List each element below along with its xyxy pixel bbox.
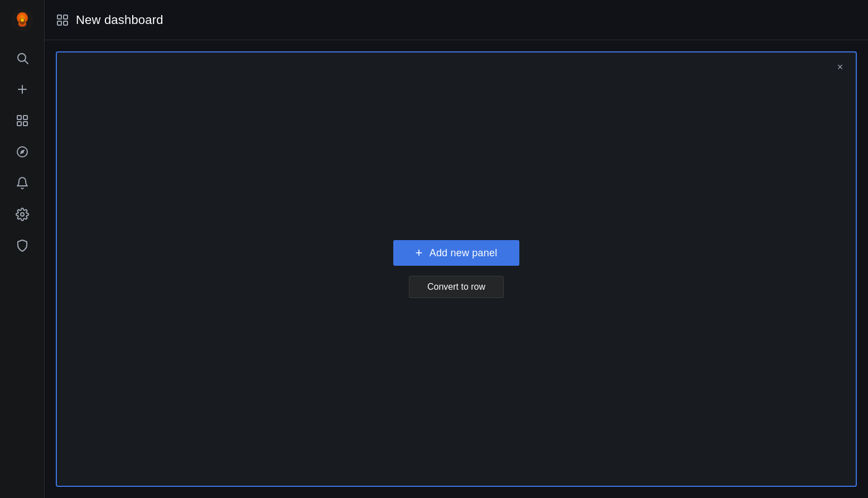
- search-icon: [16, 51, 29, 65]
- grid-icon: [56, 13, 69, 27]
- convert-to-row-button[interactable]: Convert to row: [409, 276, 504, 298]
- sidebar-nav: [0, 45, 44, 491]
- svg-rect-16: [57, 21, 61, 25]
- svg-rect-7: [17, 116, 21, 119]
- shield-icon: [16, 239, 29, 252]
- sidebar-item-admin[interactable]: [9, 232, 36, 259]
- svg-rect-17: [64, 21, 67, 25]
- explore-icon: [16, 145, 29, 159]
- sidebar-item-alerting[interactable]: [9, 170, 36, 197]
- bell-icon: [16, 176, 29, 190]
- panel-action-buttons: + Add new panel Convert to row: [393, 240, 520, 298]
- svg-rect-10: [23, 122, 27, 126]
- panel-close-button[interactable]: ×: [832, 59, 848, 75]
- dashboard-header-icon: [56, 13, 69, 27]
- add-new-panel-button[interactable]: + Add new panel: [393, 240, 520, 266]
- sidebar-item-configuration[interactable]: [9, 201, 36, 228]
- svg-point-2: [21, 18, 24, 22]
- svg-rect-9: [17, 122, 21, 126]
- sidebar-item-create[interactable]: [9, 76, 36, 103]
- svg-point-13: [21, 213, 24, 216]
- svg-marker-12: [20, 150, 24, 154]
- plus-icon: +: [416, 247, 423, 259]
- sidebar-item-explore[interactable]: [9, 138, 36, 165]
- sidebar-item-search[interactable]: [9, 45, 36, 71]
- app-logo[interactable]: [9, 7, 36, 33]
- page-title: New dashboard: [76, 13, 163, 27]
- gear-icon: [16, 208, 29, 221]
- plus-icon: [16, 83, 29, 96]
- dashboards-icon: [16, 114, 29, 127]
- svg-rect-15: [64, 15, 67, 19]
- sidebar-item-dashboards[interactable]: [9, 107, 36, 134]
- dashboard-panel-area: × + Add new panel Convert to row: [45, 40, 868, 498]
- svg-line-4: [25, 61, 28, 64]
- svg-rect-14: [57, 15, 61, 19]
- panel-container: × + Add new panel Convert to row: [56, 51, 857, 487]
- main-content: New dashboard × + Add new panel Convert …: [45, 0, 868, 498]
- add-panel-label: Add new panel: [430, 247, 498, 259]
- page-header: New dashboard: [45, 0, 868, 40]
- svg-rect-8: [23, 116, 27, 119]
- sidebar: [0, 0, 45, 498]
